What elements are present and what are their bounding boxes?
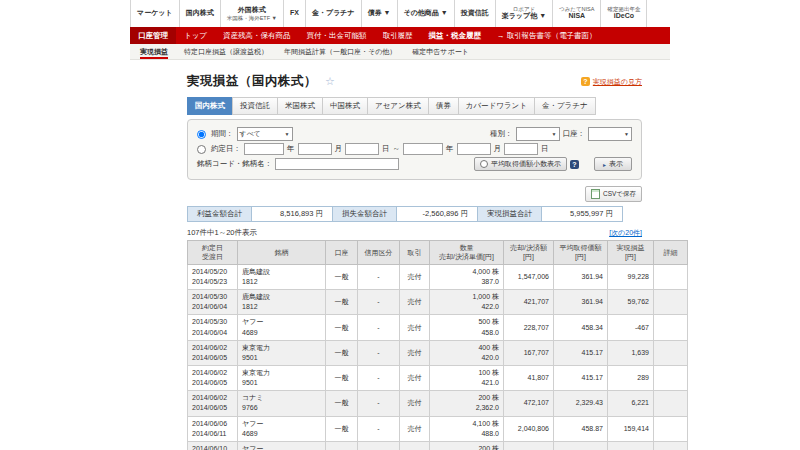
- account-select[interactable]: ▼: [588, 127, 632, 141]
- tab-active[interactable]: 国内株式: [187, 97, 233, 115]
- day-unit: 日: [382, 144, 390, 154]
- cell-dates: 2014/06/022014/06/05: [188, 391, 238, 416]
- display-button-label: 表示: [609, 159, 623, 169]
- cell-account: 一般: [326, 441, 358, 450]
- period-radio[interactable]: [197, 130, 206, 139]
- tab-item[interactable]: カバードワラント: [458, 97, 535, 115]
- stock-code-input[interactable]: [275, 158, 399, 170]
- global-nav-item[interactable]: 金・プラチナ: [305, 0, 361, 27]
- cell-margin-type: -: [358, 315, 400, 340]
- settle-date: 2014/05/23: [192, 277, 233, 287]
- global-nav-item-label: マーケット: [137, 9, 173, 18]
- tab-item[interactable]: 債券: [428, 97, 459, 115]
- column-header: 信用区分: [358, 241, 400, 265]
- global-nav-item[interactable]: マーケット: [130, 0, 179, 27]
- account-nav-item[interactable]: 口座管理: [130, 27, 176, 44]
- global-nav-item-label: つみたてNISA: [559, 6, 594, 13]
- to-day-input[interactable]: [504, 143, 538, 155]
- display-button[interactable]: ▸ 表示: [594, 157, 632, 171]
- global-nav-item-label: 債券 ▼: [368, 9, 391, 18]
- table-row: 2014/05/302014/06/04ヤフー4689一般-売付500 株458…: [188, 315, 688, 340]
- settle-date: 2014/06/05: [192, 378, 233, 388]
- next-page-link[interactable]: [次の20件]: [609, 228, 642, 238]
- global-nav-item[interactable]: 国内株式: [179, 0, 220, 27]
- help-area: ? 実現損益の見方: [581, 77, 642, 87]
- tab-item[interactable]: アセアン株式: [367, 97, 429, 115]
- tab-item[interactable]: 金・プラチナ: [534, 97, 596, 115]
- to-month-input[interactable]: [457, 143, 491, 155]
- help-link[interactable]: 実現損益の見方: [593, 77, 642, 87]
- settle-date: 2014/06/04: [192, 302, 233, 312]
- cell-account: 一般: [326, 391, 358, 416]
- year-unit: 年: [287, 144, 295, 154]
- stock-code: 4689: [242, 328, 321, 338]
- global-nav-item[interactable]: 投資信託: [454, 0, 495, 27]
- cell-trade-type: 売付: [400, 366, 430, 391]
- tab-item[interactable]: 米国株式: [277, 97, 323, 115]
- column-header: 詳細: [654, 241, 688, 265]
- account-nav-item[interactable]: 資産残高・保有商品: [215, 27, 299, 44]
- question-icon[interactable]: ?: [570, 160, 579, 169]
- sub-nav-item[interactable]: 特定口座損益（譲渡益税）: [184, 44, 268, 59]
- cell-amount: 167,707: [504, 340, 554, 365]
- global-nav-item[interactable]: ロボアド楽ラップ他 ▼: [495, 0, 552, 27]
- column-header-line1: 平均取得価額: [555, 243, 606, 252]
- sub-nav-item[interactable]: 実現損益: [140, 44, 168, 59]
- favorite-star-icon[interactable]: ☆: [325, 75, 335, 88]
- account-nav-item[interactable]: 買付・出金可能額: [299, 27, 375, 44]
- sub-nav: 実現損益特定口座損益（譲渡益税）年間損益計算（一般口座・その他）確定申告サポート: [130, 44, 670, 60]
- account-nav-item[interactable]: → 取引報告書等（電子書面）: [489, 27, 605, 44]
- cell-trade-type: 売付: [400, 290, 430, 315]
- global-nav-item-label: その他商品 ▼: [404, 9, 448, 18]
- net-total-value: 5,955,997 円: [542, 206, 623, 222]
- cell-detail: [654, 290, 688, 315]
- table-row: 2014/06/062014/06/11ヤフー4689一般-売付4,100 株4…: [188, 416, 688, 441]
- site-column: マーケット国内株式外国株式米国株・海外ETF ▼FX金・プラチナ債券 ▼その他商…: [130, 0, 670, 450]
- question-icon: ?: [581, 77, 590, 86]
- stock-label: 銘柄コード・銘柄名：: [197, 159, 272, 169]
- global-nav-item[interactable]: その他商品 ▼: [397, 0, 454, 27]
- unit-price: 387.0: [434, 277, 499, 287]
- cell-trade-type: 売付: [400, 391, 430, 416]
- cell-account: 一般: [326, 264, 358, 289]
- from-month-input[interactable]: [298, 143, 332, 155]
- period-select[interactable]: すべて ▼: [237, 127, 293, 141]
- type-select[interactable]: ▼: [516, 127, 560, 141]
- csv-save-button[interactable]: CSVで保存: [585, 186, 642, 202]
- quantity: 1,000 株: [434, 292, 499, 302]
- global-nav-item[interactable]: 確定拠出年金iDeCo: [600, 0, 647, 27]
- csv-save-label: CSVで保存: [603, 190, 636, 199]
- global-nav-item[interactable]: 外国株式米国株・海外ETF ▼: [220, 0, 283, 27]
- tab-item[interactable]: 投資信託: [232, 97, 278, 115]
- global-nav-item-label: FX: [290, 9, 299, 18]
- cell-margin-type: -: [358, 441, 400, 450]
- tab-item[interactable]: 中国株式: [322, 97, 368, 115]
- unit-price: 2,362.0: [434, 403, 499, 413]
- global-nav-item-label: 米国株・海外ETF ▼: [227, 15, 277, 22]
- cell-realized-pl: -4,786: [608, 441, 654, 450]
- global-nav-item[interactable]: FX: [283, 0, 305, 27]
- sub-nav-item[interactable]: 年間損益計算（一般口座・その他）: [284, 44, 396, 59]
- cell-stock: ヤフー4689: [238, 441, 326, 450]
- to-year-input[interactable]: [403, 143, 443, 155]
- sub-nav-item[interactable]: 確定申告サポート: [412, 44, 469, 59]
- stock-name: ヤフー: [242, 419, 321, 429]
- global-nav-item[interactable]: 債券 ▼: [361, 0, 397, 27]
- from-year-input[interactable]: [244, 143, 284, 155]
- cell-account: 一般: [326, 290, 358, 315]
- account-nav-item[interactable]: 取引履歴: [375, 27, 421, 44]
- unit-price: 458.0: [434, 328, 499, 338]
- account-nav-item[interactable]: 損益・税金履歴: [421, 27, 490, 44]
- year-unit: 年: [446, 144, 454, 154]
- cell-trade-type: 売付: [400, 441, 430, 450]
- trade-date-radio[interactable]: [197, 145, 206, 154]
- avg-price-decimal-button[interactable]: 平均取得価額小数表示: [474, 157, 567, 171]
- from-day-input[interactable]: [345, 143, 379, 155]
- account-nav-item[interactable]: トップ: [176, 27, 215, 44]
- stock-code: 1812: [242, 302, 321, 312]
- cell-stock: 東京電力9501: [238, 340, 326, 365]
- global-nav-item[interactable]: つみたてNISANISA: [552, 0, 600, 27]
- column-header: 平均取得価額[円]: [554, 241, 608, 265]
- column-header-line1: 銘柄: [239, 248, 324, 257]
- cell-account: 一般: [326, 315, 358, 340]
